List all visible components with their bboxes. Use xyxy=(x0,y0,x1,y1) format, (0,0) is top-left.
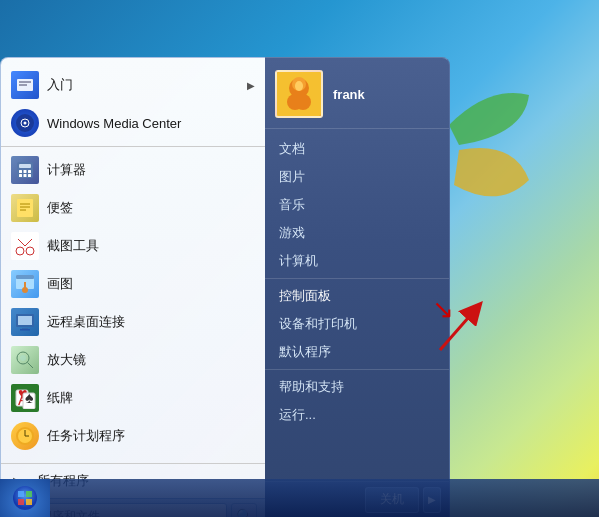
program-item-task[interactable]: 任务计划程序 xyxy=(1,417,265,455)
desktop: 入门 ▶ Windows Media Center 计算器 xyxy=(0,0,599,517)
svg-point-18 xyxy=(16,247,24,255)
svg-rect-27 xyxy=(18,316,32,325)
program-item-remote[interactable]: 远程桌面连接 xyxy=(1,303,265,341)
right-item-run[interactable]: 运行... xyxy=(265,401,449,429)
scissors-label: 截图工具 xyxy=(47,237,99,255)
svg-point-19 xyxy=(26,247,34,255)
program-item-getting-started[interactable]: 入门 ▶ xyxy=(1,66,265,104)
start-menu: 入门 ▶ Windows Media Center 计算器 xyxy=(0,57,500,517)
right-item-pictures[interactable]: 图片 xyxy=(265,163,449,191)
program-item-scissors[interactable]: 截图工具 xyxy=(1,227,265,265)
svg-rect-11 xyxy=(19,174,22,177)
svg-rect-48 xyxy=(291,98,307,108)
right-item-controlpanel[interactable]: 控制面板 ↙ xyxy=(265,282,449,310)
right-item-games[interactable]: 游戏 xyxy=(265,219,449,247)
right-item-help[interactable]: 帮助和支持 xyxy=(265,373,449,401)
svg-text:♠: ♠ xyxy=(25,389,34,406)
getting-started-arrow: ▶ xyxy=(247,80,255,91)
separator-1 xyxy=(1,146,265,147)
svg-line-21 xyxy=(25,239,32,246)
right-item-documents[interactable]: 文档 xyxy=(265,135,449,163)
program-item-wmc[interactable]: Windows Media Center xyxy=(1,104,265,142)
red-arrow-indicator: ↙ xyxy=(432,296,454,322)
svg-rect-10 xyxy=(28,170,31,173)
remote-icon xyxy=(11,308,39,336)
notepad-icon xyxy=(11,194,39,222)
notepad-label: 便签 xyxy=(47,199,73,217)
paint-label: 画图 xyxy=(47,275,73,293)
solitaire-icon: ♥A♠ xyxy=(11,384,39,412)
svg-point-5 xyxy=(24,122,27,125)
user-avatar[interactable] xyxy=(275,70,323,118)
svg-rect-9 xyxy=(24,170,27,173)
right-sep-2 xyxy=(265,369,449,370)
task-icon xyxy=(11,422,39,450)
program-item-notepad[interactable]: 便签 xyxy=(1,189,265,227)
svg-line-20 xyxy=(18,239,25,246)
user-section: frank xyxy=(265,58,449,129)
right-item-music[interactable]: 音乐 xyxy=(265,191,449,219)
magnifier-label: 放大镜 xyxy=(47,351,86,369)
svg-point-45 xyxy=(295,81,303,91)
getting-started-label: 入门 xyxy=(47,76,73,94)
remote-label: 远程桌面连接 xyxy=(47,313,125,331)
wmc-label: Windows Media Center xyxy=(47,116,181,131)
svg-rect-29 xyxy=(20,329,30,331)
username: frank xyxy=(333,87,365,102)
program-item-magnifier[interactable]: 放大镜 xyxy=(1,341,265,379)
wmc-icon xyxy=(11,109,39,137)
right-item-defaults[interactable]: 默认程序 xyxy=(265,338,449,366)
svg-rect-7 xyxy=(19,164,31,168)
right-item-devices[interactable]: 设备和打印机 xyxy=(265,310,449,338)
left-panel: 入门 ▶ Windows Media Center 计算器 xyxy=(0,57,265,517)
right-menu: 文档 图片 音乐 游戏 计算机 控制面板 xyxy=(265,129,449,481)
program-item-solitaire[interactable]: ♥A♠ 纸牌 xyxy=(1,379,265,417)
svg-rect-8 xyxy=(19,170,22,173)
svg-rect-23 xyxy=(16,275,34,279)
magnifier-icon xyxy=(11,346,39,374)
svg-rect-12 xyxy=(24,174,27,177)
program-list: 入门 ▶ Windows Media Center 计算器 xyxy=(1,58,265,464)
solitaire-label: 纸牌 xyxy=(47,389,73,407)
svg-rect-13 xyxy=(28,174,31,177)
svg-point-32 xyxy=(20,355,26,361)
svg-point-49 xyxy=(13,486,37,510)
svg-line-31 xyxy=(28,363,34,369)
taskbar xyxy=(0,479,599,517)
program-item-paint[interactable]: 画图 xyxy=(1,265,265,303)
scissors-icon xyxy=(11,232,39,260)
start-button[interactable] xyxy=(0,479,50,517)
svg-rect-25 xyxy=(24,282,26,290)
right-panel: frank 文档 图片 音乐 游戏 计算机 xyxy=(265,57,450,517)
paint-icon xyxy=(11,270,39,298)
calc-label: 计算器 xyxy=(47,161,86,179)
getting-started-icon xyxy=(11,71,39,99)
calc-icon xyxy=(11,156,39,184)
right-item-computer[interactable]: 计算机 xyxy=(265,247,449,275)
svg-rect-14 xyxy=(17,199,33,217)
right-sep-1 xyxy=(265,278,449,279)
program-item-calc[interactable]: 计算器 xyxy=(1,151,265,189)
task-label: 任务计划程序 xyxy=(47,427,125,445)
